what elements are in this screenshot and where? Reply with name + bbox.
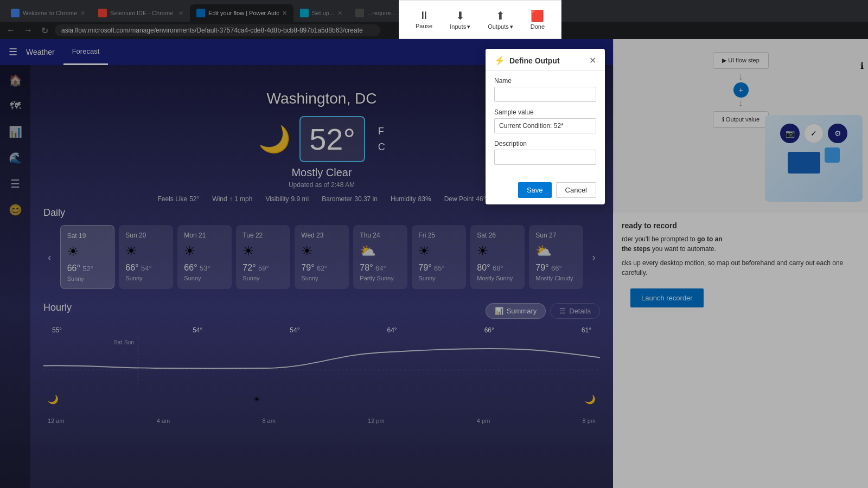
sample-value-input[interactable] xyxy=(494,118,596,133)
save-button[interactable]: Save xyxy=(518,182,552,198)
dialog-body: Name Sample value Description xyxy=(486,70,605,178)
description-input[interactable] xyxy=(494,150,596,165)
outputs-chevron-icon: ▾ xyxy=(510,23,513,30)
dialog-footer: Save Cancel xyxy=(486,178,605,204)
pause-label: Pause xyxy=(416,23,432,29)
dialog-title: ⚡ Define Output xyxy=(494,55,560,66)
outputs-icon: ⬆ xyxy=(496,9,505,22)
outputs-button[interactable]: ⬆ Outputs ▾ xyxy=(483,7,518,33)
description-label: Description xyxy=(494,140,596,147)
dialog-close-button[interactable]: ✕ xyxy=(589,55,596,66)
inputs-chevron-icon: ▾ xyxy=(467,23,470,30)
define-output-dialog: ⚡ Define Output ✕ Name Sample value Desc… xyxy=(486,49,605,204)
name-label: Name xyxy=(494,77,596,85)
done-button[interactable]: 🟥 Done xyxy=(526,7,549,33)
pause-button[interactable]: ⏸ Pause xyxy=(411,7,437,33)
pause-icon: ⏸ xyxy=(419,9,430,22)
inputs-icon: ⬇ xyxy=(456,9,465,22)
name-input[interactable] xyxy=(494,87,596,102)
outputs-label: Outputs xyxy=(488,23,509,30)
dialog-title-icon: ⚡ xyxy=(494,55,505,66)
dialog-overlay xyxy=(0,0,868,488)
pa-toolbar: ⏸ Pause ⬇ Inputs ▾ ⬆ Outputs ▾ 🟥 Done xyxy=(399,0,561,39)
done-label: Done xyxy=(531,23,545,30)
inputs-label: Inputs xyxy=(450,23,466,30)
dialog-title-text: Define Output xyxy=(509,56,560,65)
dialog-header: ⚡ Define Output ✕ xyxy=(486,49,605,70)
inputs-button[interactable]: ⬇ Inputs ▾ xyxy=(445,7,475,33)
cancel-button[interactable]: Cancel xyxy=(556,182,596,198)
done-icon: 🟥 xyxy=(531,9,544,22)
sample-value-label: Sample value xyxy=(494,108,596,116)
